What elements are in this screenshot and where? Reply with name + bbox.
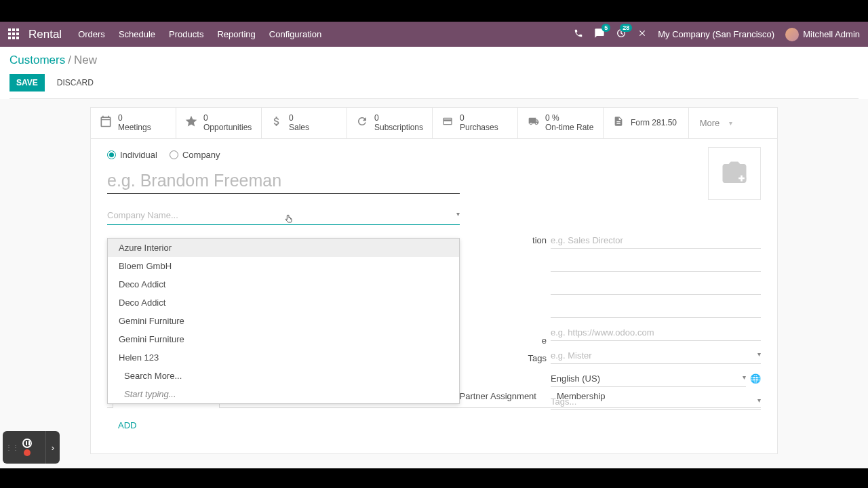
messages-badge: 5 — [601, 24, 610, 32]
stat-ontime[interactable]: 0 %On-time Rate — [518, 108, 604, 138]
chevron-right-icon[interactable]: › — [46, 431, 60, 464]
dropdown-item[interactable]: Deco Addict — [108, 293, 459, 312]
nav-schedule[interactable]: Schedule — [119, 29, 155, 39]
label-fragment: tion — [532, 235, 547, 245]
tags-select[interactable]: Tags...▾ — [551, 394, 761, 410]
dropdown-search-more[interactable]: Search More... — [108, 367, 459, 385]
radio-company[interactable]: Company — [170, 150, 220, 160]
save-button[interactable]: SAVE — [9, 74, 45, 92]
dropdown-start-typing: Start typing... — [108, 385, 459, 403]
stop-icon[interactable] — [24, 449, 31, 456]
label-fragment: e — [542, 336, 547, 346]
globe-icon[interactable]: 🌐 — [750, 373, 761, 384]
language-select[interactable]: English (US)▾ — [551, 371, 746, 387]
messages-icon[interactable]: 5 — [594, 28, 605, 41]
phone-input[interactable] — [551, 256, 761, 272]
mobile-input[interactable] — [551, 279, 761, 295]
radio-individual[interactable]: Individual — [107, 150, 157, 160]
stat-purchases[interactable]: 0Purchases — [433, 108, 518, 138]
phone-icon[interactable] — [574, 28, 583, 40]
dropdown-item[interactable]: Helen 123 — [108, 348, 459, 367]
dropdown-item[interactable]: Bloem GmbH — [108, 257, 459, 275]
chevron-down-icon: ▾ — [757, 396, 761, 407]
stat-sales[interactable]: 0Sales — [262, 108, 347, 138]
chevron-down-icon: ▾ — [729, 119, 732, 127]
company-select[interactable]: Company Name... ▾ — [107, 206, 460, 225]
calendar-icon — [99, 115, 113, 131]
company-switcher[interactable]: My Company (San Francisco) — [658, 29, 774, 39]
pause-icon[interactable] — [22, 439, 32, 448]
star-icon — [184, 115, 198, 131]
breadcrumb-root[interactable]: Customers — [9, 54, 65, 66]
activities-badge: 28 — [620, 24, 632, 32]
activities-icon[interactable]: 28 — [616, 28, 627, 41]
name-input[interactable] — [107, 168, 460, 194]
card-icon — [441, 116, 454, 130]
stat-more[interactable]: More ▾ — [689, 108, 743, 138]
dropdown-item[interactable]: Gemini Furniture — [108, 330, 459, 348]
chevron-down-icon: ▾ — [456, 210, 460, 220]
chevron-down-icon: ▾ — [757, 350, 761, 361]
company-dropdown: Azure Interior Bloem GmbH Deco Addict De… — [107, 238, 460, 404]
stat-form281[interactable]: Form 281.50 — [604, 108, 689, 138]
nav-products[interactable]: Products — [169, 29, 203, 39]
tags-label: Tags — [528, 353, 547, 363]
screen-recorder-widget[interactable]: ⋮⋮ › — [3, 431, 60, 464]
dropdown-item[interactable]: Azure Interior — [108, 239, 459, 257]
file-icon — [612, 115, 625, 131]
user-menu[interactable]: Mitchell Admin — [785, 28, 860, 41]
dropdown-item[interactable]: Gemini Furniture — [108, 312, 459, 330]
apps-icon[interactable] — [8, 28, 20, 41]
website-input[interactable] — [551, 325, 761, 341]
breadcrumb-current: New — [74, 54, 97, 66]
refresh-icon — [355, 115, 369, 131]
stat-opportunities[interactable]: 0Opportunities — [176, 108, 262, 138]
dollar-icon — [270, 115, 283, 131]
avatar — [785, 28, 799, 41]
email-input[interactable] — [551, 302, 761, 318]
form-sheet: 0Meetings 0Opportunities 0Sales 0Subscri… — [90, 107, 778, 454]
chevron-down-icon: ▾ — [743, 373, 746, 384]
nav-reporting[interactable]: Reporting — [217, 29, 255, 39]
title-select[interactable]: e.g. Mister▾ — [551, 348, 761, 364]
image-upload[interactable] — [708, 147, 761, 200]
nav-orders[interactable]: Orders — [78, 29, 105, 39]
truck-icon — [526, 116, 540, 130]
tab-partner-assignment[interactable]: Partner Assignment — [450, 384, 547, 408]
breadcrumb: Customers/New — [9, 54, 859, 67]
brand: Rental — [28, 28, 62, 41]
stat-subscriptions[interactable]: 0Subscriptions — [347, 108, 433, 138]
add-button[interactable]: ADD — [107, 408, 147, 443]
top-nav: Rental Orders Schedule Products Reportin… — [0, 22, 868, 47]
job-position-input[interactable] — [551, 232, 761, 249]
stat-meetings[interactable]: 0Meetings — [91, 108, 176, 138]
discard-button[interactable]: DISCARD — [50, 74, 100, 92]
nav-configuration[interactable]: Configuration — [269, 29, 321, 39]
drag-handle-icon[interactable]: ⋮⋮ — [3, 431, 8, 464]
debug-icon[interactable] — [637, 28, 647, 40]
dropdown-item[interactable]: Deco Addict — [108, 275, 459, 293]
